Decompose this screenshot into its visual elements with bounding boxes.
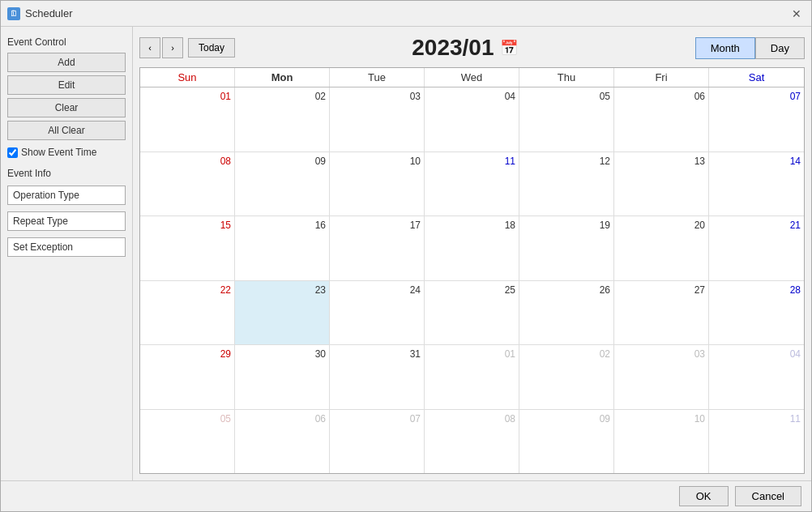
day-cell[interactable]: 07 [330, 410, 425, 474]
day-cell[interactable]: 14 [709, 152, 804, 216]
day-view-button[interactable]: Day [755, 37, 805, 59]
day-cell[interactable]: 05 [140, 410, 235, 474]
day-number: 02 [523, 348, 610, 360]
day-number: 30 [238, 348, 326, 360]
header-thu: Thu [519, 68, 614, 87]
day-number: 24 [333, 284, 421, 296]
week-row-5: 05060708091011 [140, 410, 804, 474]
operation-type-field[interactable]: Operation Type [7, 186, 126, 205]
day-cell[interactable]: 16 [235, 216, 330, 280]
day-number: 21 [712, 220, 801, 231]
day-number: 13 [618, 156, 705, 167]
show-event-time-checkbox[interactable] [7, 147, 18, 158]
day-cell[interactable]: 18 [425, 216, 519, 280]
day-number: 22 [143, 284, 231, 296]
day-cell[interactable]: 08 [425, 410, 519, 474]
day-cell[interactable]: 02 [235, 87, 330, 151]
day-cell[interactable]: 10 [330, 152, 425, 216]
day-cell[interactable]: 17 [330, 216, 425, 280]
day-cell[interactable]: 09 [519, 410, 614, 474]
close-button[interactable]: ✕ [788, 6, 805, 22]
day-cell[interactable]: 04 [425, 87, 519, 151]
cancel-button[interactable]: Cancel [735, 486, 801, 506]
all-clear-button[interactable]: All Clear [7, 121, 126, 140]
calendar-header: ‹ › Today 2023/01 📅 Month Day [139, 33, 805, 62]
day-cell[interactable]: 25 [425, 281, 519, 345]
day-number: 09 [523, 413, 610, 425]
day-cell[interactable]: 03 [330, 87, 425, 151]
day-number: 06 [618, 91, 705, 102]
day-cell[interactable]: 20 [614, 216, 709, 280]
day-cell[interactable]: 01 [140, 87, 235, 151]
header-mon: Mon [235, 68, 330, 87]
day-number: 25 [428, 284, 515, 296]
calendar-picker-icon[interactable]: 📅 [500, 39, 518, 57]
day-cell[interactable]: 27 [614, 281, 709, 345]
header-wed: Wed [425, 68, 519, 87]
day-cell[interactable]: 11 [709, 410, 804, 474]
day-cell[interactable]: 11 [425, 152, 519, 216]
day-cell[interactable]: 15 [140, 216, 235, 280]
edit-button[interactable]: Edit [7, 75, 126, 95]
day-number: 08 [428, 413, 515, 425]
day-cell[interactable]: 06 [235, 410, 330, 474]
day-cell[interactable]: 07 [709, 87, 804, 151]
day-cell[interactable]: 19 [519, 216, 614, 280]
day-cell[interactable]: 22 [140, 281, 235, 345]
day-number: 11 [428, 156, 515, 167]
add-button[interactable]: Add [7, 53, 126, 72]
day-number: 09 [238, 156, 326, 167]
day-number: 07 [333, 413, 421, 425]
ok-button[interactable]: OK [679, 486, 729, 506]
day-number: 02 [238, 91, 326, 102]
day-number: 05 [143, 413, 231, 425]
day-cell[interactable]: 26 [519, 281, 614, 345]
day-number: 17 [333, 220, 421, 231]
day-cell[interactable]: 08 [140, 152, 235, 216]
day-headers: Sun Mon Tue Wed Thu Fri Sat [140, 68, 804, 87]
week-row-3: 22232425262728 [140, 281, 804, 346]
show-event-time-label: Show Event Time [21, 147, 96, 158]
day-number: 18 [428, 220, 515, 231]
day-number: 19 [523, 220, 610, 231]
day-cell[interactable]: 31 [330, 345, 425, 409]
day-number: 08 [143, 156, 231, 167]
day-number: 03 [333, 91, 421, 102]
header-fri: Fri [614, 68, 709, 87]
main-content: Event Control Add Edit Clear All Clear S… [1, 27, 811, 480]
day-cell[interactable]: 21 [709, 216, 804, 280]
day-number: 16 [238, 220, 326, 231]
day-cell[interactable]: 23 [235, 281, 330, 345]
day-cell[interactable]: 02 [519, 345, 614, 409]
day-cell[interactable]: 28 [709, 281, 804, 345]
day-cell[interactable]: 03 [614, 345, 709, 409]
day-cell[interactable]: 01 [425, 345, 519, 409]
day-cell[interactable]: 06 [614, 87, 709, 151]
day-number: 20 [618, 220, 705, 231]
day-number: 23 [238, 284, 326, 296]
day-cell[interactable]: 05 [519, 87, 614, 151]
today-button[interactable]: Today [188, 38, 235, 58]
next-button[interactable]: › [162, 37, 183, 58]
day-number: 12 [523, 156, 610, 167]
calendar-grid: Sun Mon Tue Wed Thu Fri Sat 010203040506… [139, 67, 805, 474]
day-cell[interactable]: 12 [519, 152, 614, 216]
week-row-4: 29303101020304 [140, 345, 804, 410]
month-view-button[interactable]: Month [695, 37, 755, 59]
day-number: 10 [618, 413, 705, 425]
day-cell[interactable]: 29 [140, 345, 235, 409]
day-number: 11 [712, 413, 801, 425]
day-cell[interactable]: 04 [709, 345, 804, 409]
repeat-type-field[interactable]: Repeat Type [7, 211, 126, 231]
clear-button[interactable]: Clear [7, 98, 126, 117]
sidebar: Event Control Add Edit Clear All Clear S… [1, 27, 133, 480]
header-sat: Sat [709, 68, 804, 87]
day-number: 10 [333, 156, 421, 167]
day-cell[interactable]: 10 [614, 410, 709, 474]
day-cell[interactable]: 24 [330, 281, 425, 345]
day-cell[interactable]: 30 [235, 345, 330, 409]
set-exception-field[interactable]: Set Exception [7, 237, 126, 257]
day-cell[interactable]: 09 [235, 152, 330, 216]
day-cell[interactable]: 13 [614, 152, 709, 216]
prev-button[interactable]: ‹ [139, 37, 160, 58]
